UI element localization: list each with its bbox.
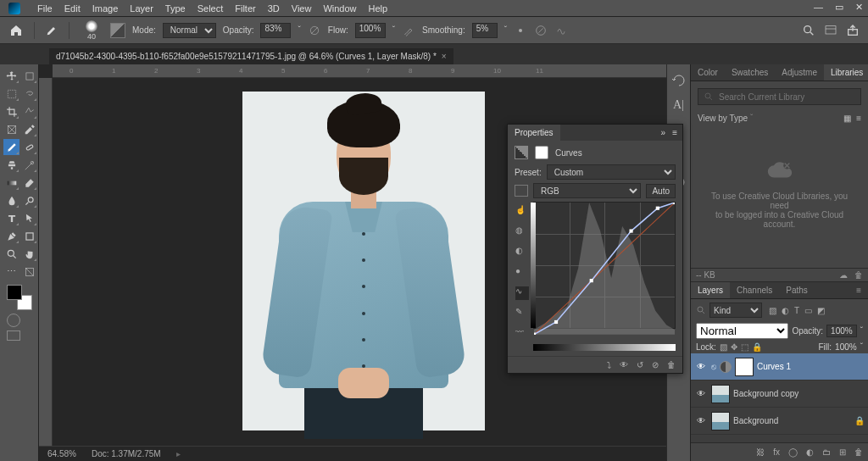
color-swatches[interactable] — [7, 285, 32, 310]
move-tool[interactable] — [3, 68, 19, 84]
blur-tool[interactable] — [3, 192, 19, 208]
smoothing-dropdown-icon[interactable]: ˇ — [504, 25, 507, 35]
tab-swatches[interactable]: Swatches — [725, 64, 775, 81]
smoothing-gear-icon[interactable] — [514, 24, 527, 37]
foreground-color-swatch[interactable] — [7, 285, 22, 300]
menu-layer[interactable]: Layer — [130, 3, 153, 14]
lock-artboard-icon[interactable]: ⬚ — [741, 342, 748, 352]
delete-adjustment-icon[interactable]: 🗑 — [667, 360, 676, 369]
healing-tool[interactable] — [21, 139, 37, 155]
layer-filter-kind[interactable]: Kind — [709, 303, 762, 318]
symmetry-icon[interactable] — [554, 24, 568, 37]
panel-menu-icon[interactable]: ≡ — [672, 128, 677, 137]
tab-layers[interactable]: Layers — [691, 282, 730, 298]
layer-name[interactable]: Background copy — [733, 389, 798, 398]
pressure-opacity-icon[interactable] — [308, 24, 321, 37]
lasso-tool[interactable] — [21, 86, 37, 102]
visibility-icon[interactable]: 👁 — [694, 362, 708, 371]
hand-tool[interactable] — [21, 246, 37, 262]
tab-paths[interactable]: Paths — [779, 282, 815, 298]
group-icon[interactable]: 🗀 — [822, 447, 831, 457]
layer-blend-select[interactable]: Normal — [696, 323, 788, 339]
menu-edit[interactable]: Edit — [64, 3, 81, 14]
zoom-value[interactable]: 64.58% — [47, 449, 76, 458]
opacity-dropdown-icon[interactable]: ˇ — [298, 25, 300, 35]
flow-field[interactable]: 100% — [355, 23, 386, 38]
preset-select[interactable]: Custom — [547, 164, 676, 180]
grid-view-icon[interactable]: ▦ — [843, 114, 851, 123]
lock-position-icon[interactable]: ✥ — [731, 342, 737, 352]
tab-libraries[interactable]: Libraries — [824, 64, 868, 81]
pressure-size-icon[interactable] — [534, 24, 548, 37]
screen-mode-icon[interactable] — [7, 330, 20, 341]
path-select-tool[interactable] — [21, 210, 37, 226]
fx-icon[interactable]: fx — [773, 447, 780, 457]
menu-window[interactable]: Window — [323, 3, 356, 14]
layer-row[interactable]: 👁 Background 🔒 — [691, 408, 868, 435]
properties-panel[interactable]: Properties » ≡ Curves Preset: Custom RGB… — [507, 124, 683, 374]
character-panel-icon[interactable]: A| — [673, 98, 684, 112]
type-tool[interactable] — [3, 210, 19, 226]
white-point-icon[interactable]: ◍ — [515, 225, 529, 239]
dodge-tool[interactable] — [21, 192, 37, 208]
library-search[interactable]: Search Current Library — [698, 88, 861, 105]
lock-pixels-icon[interactable]: ▧ — [720, 342, 727, 352]
tab-adjustments[interactable]: Adjustme — [775, 64, 824, 81]
reset-icon[interactable]: ↺ — [637, 360, 643, 369]
auto-button[interactable]: Auto — [646, 184, 676, 198]
view-by-label[interactable]: View by Type — [698, 114, 748, 123]
fill-value[interactable]: 100% — [835, 342, 857, 352]
layer-opacity-value[interactable]: 100% — [826, 325, 857, 337]
lock-all-icon[interactable]: 🔒 — [752, 342, 762, 352]
new-layer-icon[interactable]: ⊞ — [839, 447, 846, 457]
workspace-icon[interactable] — [824, 24, 837, 37]
trash-icon[interactable]: 🗑 — [854, 270, 863, 280]
link-layers-icon[interactable]: ⛓ — [756, 447, 765, 457]
layer-thumb[interactable] — [711, 412, 730, 430]
list-view-icon[interactable]: ≡ — [856, 114, 861, 123]
cloud-sync-icon[interactable]: ☁ — [839, 270, 848, 280]
toggle-visibility-icon[interactable]: ⊘ — [652, 360, 659, 369]
draw-curve-icon[interactable]: ✎ — [515, 307, 529, 320]
eyedropper-tool[interactable] — [21, 121, 37, 137]
filter-pixel-icon[interactable]: ▧ — [769, 306, 776, 315]
home-icon[interactable] — [8, 24, 24, 37]
gradient-tool[interactable] — [3, 175, 19, 191]
channel-select[interactable]: RGB — [533, 183, 641, 198]
edit-toolbar[interactable] — [21, 264, 37, 280]
zoom-tool[interactable] — [3, 246, 19, 262]
brush-size-preview[interactable]: 40 — [80, 19, 103, 42]
layer-name[interactable]: Curves 1 — [757, 362, 791, 371]
more-tools[interactable]: ⋯ — [3, 264, 19, 280]
document-canvas[interactable] — [242, 92, 485, 430]
document-tab[interactable]: d71045b2-4300-4395-b110-f652fa00e9e51579… — [49, 48, 453, 64]
collapse-icon[interactable]: » — [661, 128, 666, 137]
clip-to-layer-icon[interactable]: ⤵ — [607, 360, 611, 369]
tab-color[interactable]: Color — [691, 64, 725, 81]
filter-adjust-icon[interactable]: ◐ — [782, 306, 789, 315]
target-adjust-icon[interactable]: ☝ — [515, 205, 529, 219]
window-close-icon[interactable]: ✕ — [855, 2, 863, 13]
vertical-ruler[interactable] — [39, 78, 53, 461]
horizontal-ruler[interactable]: 0 1 2 3 4 5 6 7 8 9 10 11 — [53, 64, 666, 78]
share-icon[interactable] — [846, 24, 860, 37]
tab-close-icon[interactable]: × — [442, 52, 447, 61]
edit-points-icon[interactable]: ∿ — [515, 286, 529, 300]
marquee-tool[interactable] — [3, 86, 19, 102]
filter-shape-icon[interactable]: ▭ — [804, 306, 812, 315]
brush-tool-icon[interactable] — [45, 24, 58, 37]
chevron-down-icon[interactable]: ˇ — [860, 342, 863, 352]
opacity-field[interactable]: 83% — [260, 23, 291, 38]
menu-help[interactable]: Help — [369, 3, 388, 14]
crop-tool[interactable] — [3, 103, 19, 119]
search-icon[interactable] — [802, 24, 815, 37]
window-minimize-icon[interactable]: — — [814, 2, 823, 13]
flow-dropdown-icon[interactable]: ˇ — [392, 25, 395, 35]
quick-select-tool[interactable] — [21, 103, 37, 119]
mask-toggle-icon[interactable] — [535, 146, 548, 159]
filter-smart-icon[interactable]: ◩ — [817, 306, 825, 315]
menu-select[interactable]: Select — [198, 3, 224, 14]
filter-type-icon[interactable]: T — [794, 306, 799, 315]
menu-view[interactable]: View — [292, 3, 312, 14]
menu-3d[interactable]: 3D — [268, 3, 280, 14]
